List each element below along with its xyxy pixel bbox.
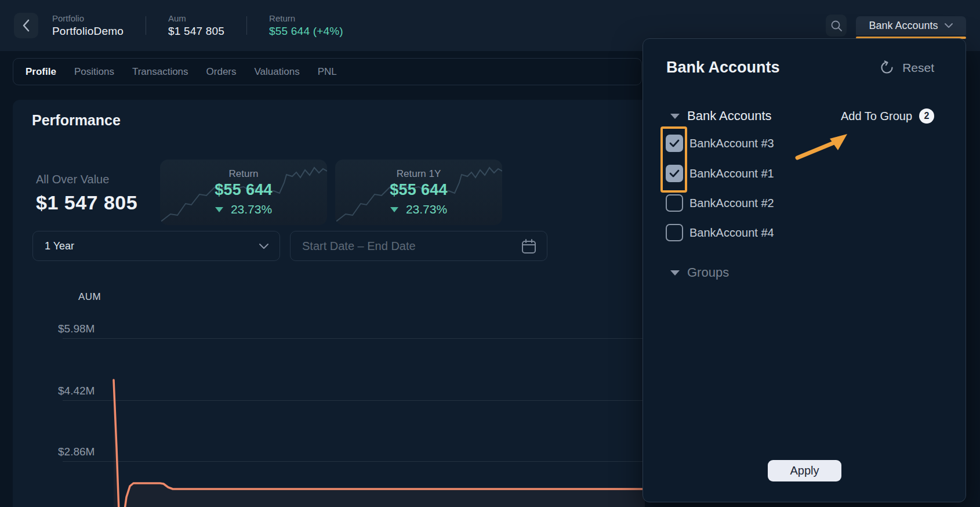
collapse-chevron-icon[interactable] — [670, 114, 680, 119]
collapse-chevron-icon[interactable] — [670, 270, 680, 276]
back-button[interactable] — [14, 13, 38, 38]
bank-accounts-dropdown[interactable]: Bank Accounts — [856, 16, 966, 35]
reset-label: Reset — [902, 61, 934, 75]
checkbox-unchecked[interactable] — [666, 194, 683, 212]
tab-valuations[interactable]: Valuations — [255, 66, 300, 78]
aum-label: Aum — [168, 13, 224, 23]
all-over-value-label: All Over Value — [36, 173, 109, 186]
portfolio-stat: Portfolio PortfolioDemo — [52, 13, 124, 38]
selected-count-badge: 2 — [919, 108, 934, 124]
triangle-down-icon — [390, 207, 398, 212]
return-1y-card: Return 1Y $55 644 23.73% — [335, 160, 502, 225]
performance-panel: Performance All Over Value $1 547 805 Re… — [13, 100, 645, 507]
aum-area — [114, 380, 645, 507]
search-button[interactable] — [826, 15, 847, 37]
checkbox-checked[interactable] — [666, 165, 683, 182]
checkmark-icon — [669, 169, 680, 178]
header-divider — [246, 16, 247, 35]
bank-accounts-filter-panel: Bank Accounts Reset Bank Accounts Add To… — [643, 38, 966, 502]
tab-positions[interactable]: Positions — [74, 66, 114, 78]
all-over-value: $1 547 805 — [36, 191, 137, 214]
groups-section-label: Groups — [687, 265, 729, 280]
return-1y-card-label: Return 1Y — [397, 168, 441, 180]
annotation-arrow-icon — [789, 131, 853, 165]
header-divider — [146, 16, 146, 35]
calendar-icon — [521, 238, 536, 254]
add-to-group-label: Add To Group — [841, 110, 912, 123]
portfolio-label: Portfolio — [52, 13, 124, 23]
chart-axis-label: AUM — [78, 291, 101, 303]
return-card-label: Return — [228, 168, 258, 180]
account-row-bankaccount-4[interactable]: BankAccount #4 — [666, 224, 774, 241]
date-range-input[interactable]: Start Date – End Date — [290, 231, 547, 261]
checkbox-checked[interactable] — [666, 135, 683, 152]
accounts-section-label: Bank Accounts — [687, 108, 772, 124]
filter-panel-title: Bank Accounts — [666, 59, 780, 77]
tab-profile[interactable]: Profile — [26, 66, 56, 78]
triangle-down-icon — [215, 207, 223, 212]
return-card-delta: 23.73% — [215, 202, 272, 216]
apply-button[interactable]: Apply — [768, 460, 841, 481]
period-select[interactable]: 1 Year — [32, 231, 280, 261]
checkmark-icon — [669, 139, 680, 147]
add-to-group-button[interactable]: Add To Group 2 — [841, 108, 934, 124]
account-row-bankaccount-2[interactable]: BankAccount #2 — [666, 194, 774, 212]
aum-value: $1 547 805 — [168, 25, 224, 38]
bank-accounts-dropdown-label: Bank Accounts — [869, 20, 938, 32]
checkbox-unchecked[interactable] — [666, 224, 683, 241]
return-stat: Return $55 644 (+4%) — [269, 13, 343, 38]
search-icon — [830, 20, 843, 32]
return-label: Return — [269, 13, 343, 23]
tab-bar: Profile Positions Transactions Orders Va… — [13, 58, 642, 85]
aum-line-chart — [49, 320, 645, 507]
tab-orders[interactable]: Orders — [206, 66, 237, 78]
reset-refresh-icon — [879, 60, 895, 75]
performance-title: Performance — [32, 112, 121, 129]
return-value: $55 644 (+4%) — [269, 25, 343, 38]
return-1y-card-delta: 23.73% — [390, 202, 447, 216]
portfolio-value: PortfolioDemo — [52, 25, 124, 38]
tab-pnl[interactable]: PNL — [318, 66, 337, 78]
return-card: Return $55 644 23.73% — [160, 160, 327, 225]
return-1y-card-value: $55 644 — [390, 181, 448, 199]
tab-transactions[interactable]: Transactions — [132, 66, 188, 78]
groups-section-header: Groups — [643, 265, 966, 280]
chevron-left-icon — [22, 19, 30, 32]
account-row-bankaccount-1[interactable]: BankAccount #1 — [666, 165, 774, 182]
aum-line — [114, 380, 645, 507]
chevron-down-icon — [944, 23, 953, 28]
reset-button[interactable]: Reset — [879, 60, 934, 75]
accounts-section-header: Bank Accounts Add To Group 2 — [643, 108, 966, 124]
account-row-bankaccount-3[interactable]: BankAccount #3 — [666, 135, 774, 152]
chevron-down-icon — [259, 243, 269, 249]
period-select-value: 1 Year — [45, 240, 74, 252]
date-range-placeholder: Start Date – End Date — [302, 240, 416, 253]
aum-stat: Aum $1 547 805 — [168, 13, 224, 38]
return-card-value: $55 644 — [215, 181, 273, 199]
